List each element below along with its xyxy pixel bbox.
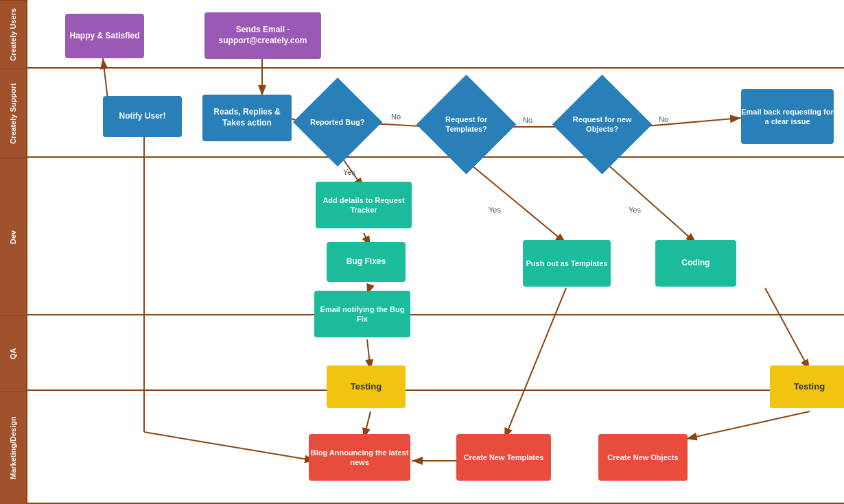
row-dev: [27, 158, 844, 315]
shape-notify-user: Notify User!: [103, 96, 182, 137]
shape-bug-fixes: Bug Fixes: [327, 242, 406, 282]
shape-push-templates: Push out as Templates: [523, 240, 611, 287]
shape-email-back: Email back requesting for a clear issue: [741, 89, 834, 144]
label-qa: QA: [0, 315, 26, 391]
shape-coding: Coding: [655, 240, 736, 287]
main-area: No No No Yes Yes Yes: [27, 0, 844, 504]
diagram-container: Creately Users Creately Support Dev QA M…: [0, 0, 844, 504]
shape-sends-email: Sends Email - support@creately.com: [204, 12, 321, 59]
row-marketing: [27, 391, 844, 504]
row-qa: [27, 315, 844, 391]
label-creately-support: Creately Support: [0, 69, 26, 158]
shape-blog: Blog Announcing the latest news: [309, 434, 410, 481]
shape-testing-2: Testing: [770, 365, 844, 408]
label-marketing: Marketing/Design: [0, 391, 26, 504]
shape-testing-1: Testing: [327, 365, 406, 408]
shape-create-objects: Create New Objects: [598, 434, 688, 481]
shape-reads-replies: Reads, Replies & Takes action: [202, 95, 292, 141]
shape-add-details: Add details to Request Tracker: [316, 182, 412, 228]
row-creately-users: [27, 0, 844, 69]
label-creately-users: Creately Users: [0, 0, 26, 69]
shape-happy-satisfied: Happy & Satisfied: [65, 14, 144, 58]
shape-email-notifying: Email notifying the Bug Fix: [314, 291, 410, 337]
shape-create-templates: Create New Templates: [456, 434, 551, 481]
label-dev: Dev: [0, 158, 26, 315]
swimlane-labels: Creately Users Creately Support Dev QA M…: [0, 0, 27, 504]
